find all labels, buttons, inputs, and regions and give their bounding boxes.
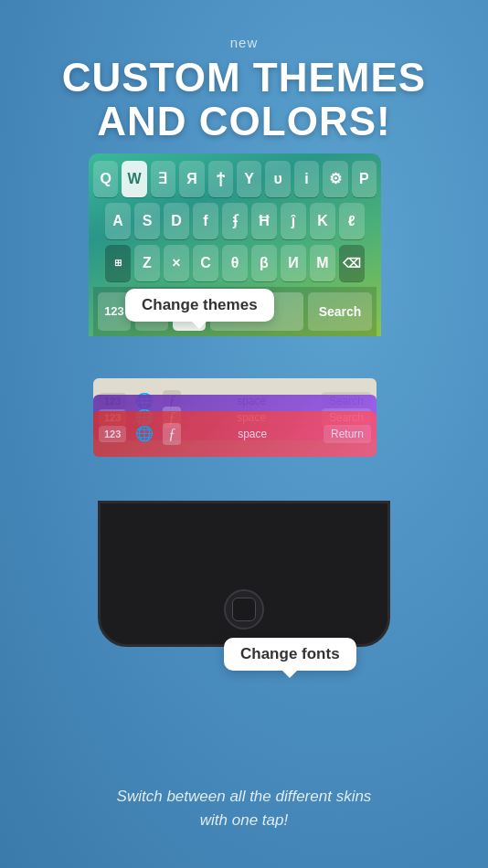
key-j2[interactable]: ĵ [281,203,306,239]
stacked-return-3: Return [324,425,371,443]
key-w[interactable]: W [122,161,146,197]
key-y[interactable]: Y [237,161,261,197]
keyboard-row-2: A S D f ʄ Ħ ĵ K ℓ [93,203,377,239]
key-q[interactable]: Q [93,161,118,197]
key-e[interactable]: Ǝ [151,161,175,197]
tooltip-change-themes: Change themes [125,289,274,322]
key-p[interactable]: P [352,161,377,197]
tooltip-change-fonts: Change fonts [224,638,356,671]
key-f[interactable]: f [193,203,218,239]
key-a[interactable]: A [105,203,131,239]
key-z[interactable]: Z [134,245,160,281]
main-title: CUSTOM THEMES AND COLORS! [62,56,426,144]
stacked-space-3: space [185,428,320,440]
label-new: new [230,35,259,50]
key-s[interactable]: S [134,203,160,239]
key-b[interactable]: β [251,245,277,281]
keyboard-layer-red: 123 🌐 ƒ space Return [93,411,377,457]
stacked-font-3: ƒ [163,423,181,445]
key-gear[interactable]: ⚙ [323,161,347,197]
stacked-num-3: 123 [99,426,126,442]
key-l[interactable]: ℓ [339,203,365,239]
key-backspace[interactable]: ⌫ [339,245,365,281]
key-t[interactable]: ϯ [208,161,233,197]
footer-text: Switch between all the different skinswi… [98,785,390,831]
keyboard-row-3: ⊞ Z × C θ β И M ⌫ [93,245,377,281]
key-d[interactable]: D [164,203,189,239]
keyboard-row-1: Q W Ǝ Я ϯ Y υ i ⚙ P [93,161,377,197]
key-i[interactable]: i [294,161,319,197]
home-button[interactable] [224,589,264,630]
home-button-inner [232,598,256,621]
stacked-globe-3: 🌐 [130,422,159,445]
key-h[interactable]: Ħ [251,203,277,239]
key-r[interactable]: Я [179,161,204,197]
key-j1[interactable]: ʄ [222,203,248,239]
key-u[interactable]: υ [265,161,290,197]
key-x[interactable]: × [164,245,189,281]
key-v[interactable]: θ [222,245,248,281]
phone-body [98,501,390,647]
key-n[interactable]: И [281,245,306,281]
key-c[interactable]: C [193,245,218,281]
key-m[interactable]: M [310,245,335,281]
main-content: new CUSTOM THEMES AND COLORS! Q W Ǝ Я ϯ … [0,0,488,868]
key-k[interactable]: K [310,203,335,239]
search-button[interactable]: Search [308,292,372,331]
key-checker[interactable]: ⊞ [105,245,131,281]
